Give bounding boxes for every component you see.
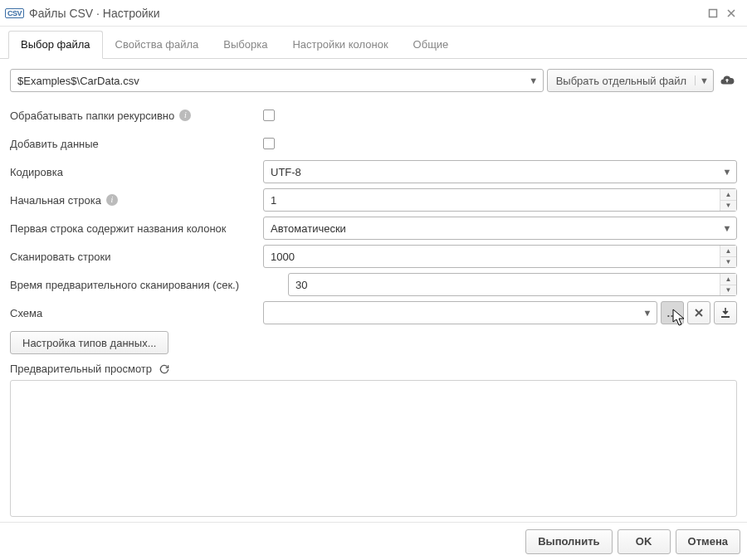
chevron-down-icon: ▼ bbox=[718, 223, 736, 233]
refresh-icon bbox=[159, 363, 170, 375]
download-icon bbox=[720, 307, 731, 319]
first-row-label: Первая строка содержит названия колонок bbox=[10, 222, 226, 235]
tab-file-props[interactable]: Свойства файла bbox=[103, 31, 212, 59]
recursive-checkbox[interactable] bbox=[263, 110, 275, 121]
close-button[interactable] bbox=[722, 4, 740, 22]
schema-label: Схема bbox=[10, 307, 42, 319]
close-icon bbox=[694, 308, 704, 318]
first-row-value: Автоматически bbox=[271, 222, 718, 235]
spin-down-icon[interactable]: ▼ bbox=[720, 257, 736, 268]
preview-label: Предварительный просмотр bbox=[10, 363, 152, 375]
svg-rect-1 bbox=[721, 316, 730, 318]
encoding-value: UTF-8 bbox=[271, 166, 718, 178]
encoding-select[interactable]: UTF-8 ▼ bbox=[263, 160, 737, 183]
datatype-settings-button[interactable]: Настройка типов данных... bbox=[10, 331, 168, 354]
ok-button[interactable]: OK bbox=[618, 529, 671, 554]
cloud-upload-icon bbox=[720, 73, 735, 88]
scan-rows-value: 1000 bbox=[264, 246, 720, 267]
info-icon[interactable]: i bbox=[106, 194, 118, 206]
maximize-icon bbox=[708, 8, 718, 18]
file-path-text: $Examples$\CarData.csv bbox=[17, 75, 525, 87]
scan-rows-spinner[interactable]: 1000 ▲ ▼ bbox=[263, 245, 737, 268]
first-row-select[interactable]: Автоматически ▼ bbox=[263, 217, 737, 240]
svg-rect-0 bbox=[710, 9, 717, 17]
spin-up-icon[interactable]: ▲ bbox=[720, 189, 736, 201]
window-title: Файлы CSV · Настройки bbox=[29, 7, 159, 20]
preview-area bbox=[10, 380, 737, 517]
tab-file-select[interactable]: Выбор файла bbox=[8, 31, 103, 59]
titlebar: CSV Файлы CSV · Настройки bbox=[0, 0, 747, 27]
scan-rows-label: Сканировать строки bbox=[10, 251, 110, 263]
select-file-button[interactable]: Выбрать отдельный файл ▼ bbox=[547, 69, 714, 92]
chevron-down-icon: ▼ bbox=[718, 167, 736, 177]
run-button[interactable]: Выполнить bbox=[525, 529, 612, 554]
tabbar: Выбор файла Свойства файла Выборка Настр… bbox=[0, 27, 747, 59]
spin-up-icon[interactable]: ▲ bbox=[720, 274, 736, 285]
info-icon[interactable]: i bbox=[179, 110, 191, 121]
cloud-upload-button[interactable] bbox=[717, 69, 737, 92]
maximize-button[interactable] bbox=[704, 4, 722, 22]
schema-download-button[interactable] bbox=[714, 301, 737, 324]
tab-sampling[interactable]: Выборка bbox=[211, 31, 280, 59]
schema-select[interactable]: ▼ bbox=[263, 301, 657, 324]
close-icon bbox=[726, 8, 736, 18]
start-line-value: 1 bbox=[264, 189, 720, 211]
file-path-combo[interactable]: $Examples$\CarData.csv ▼ bbox=[10, 69, 544, 92]
chevron-down-icon: ▼ bbox=[638, 308, 657, 318]
prescan-time-label: Время предварительного сканирования (сек… bbox=[10, 279, 239, 291]
prescan-time-spinner[interactable]: 30 ▲ ▼ bbox=[288, 273, 737, 296]
append-label: Добавить данные bbox=[10, 138, 99, 150]
prescan-time-value: 30 bbox=[289, 274, 720, 295]
ellipsis-icon: … bbox=[666, 307, 678, 319]
tab-column-settings[interactable]: Настройки колонок bbox=[280, 31, 400, 59]
start-line-label: Начальная строка bbox=[10, 194, 101, 207]
append-checkbox[interactable] bbox=[263, 138, 275, 149]
spin-up-icon[interactable]: ▲ bbox=[720, 246, 736, 257]
dialog-footer: Выполнить OK Отмена bbox=[0, 522, 747, 560]
spin-down-icon[interactable]: ▼ bbox=[720, 201, 736, 212]
spin-down-icon[interactable]: ▼ bbox=[720, 285, 736, 296]
encoding-label: Кодировка bbox=[10, 166, 63, 178]
tab-general[interactable]: Общие bbox=[401, 31, 461, 59]
start-line-spinner[interactable]: 1 ▲ ▼ bbox=[263, 188, 737, 212]
cancel-button[interactable]: Отмена bbox=[676, 529, 740, 554]
refresh-button[interactable] bbox=[159, 363, 170, 375]
chevron-down-icon: ▼ bbox=[525, 75, 543, 85]
chevron-down-icon: ▼ bbox=[695, 75, 713, 85]
schema-clear-button[interactable] bbox=[687, 301, 710, 324]
recursive-label: Обрабатывать папки рекурсивно bbox=[10, 110, 174, 122]
select-file-button-label: Выбрать отдельный файл bbox=[548, 75, 695, 87]
schema-browse-button[interactable]: … bbox=[661, 301, 684, 324]
csv-badge-icon: CSV bbox=[5, 8, 24, 18]
